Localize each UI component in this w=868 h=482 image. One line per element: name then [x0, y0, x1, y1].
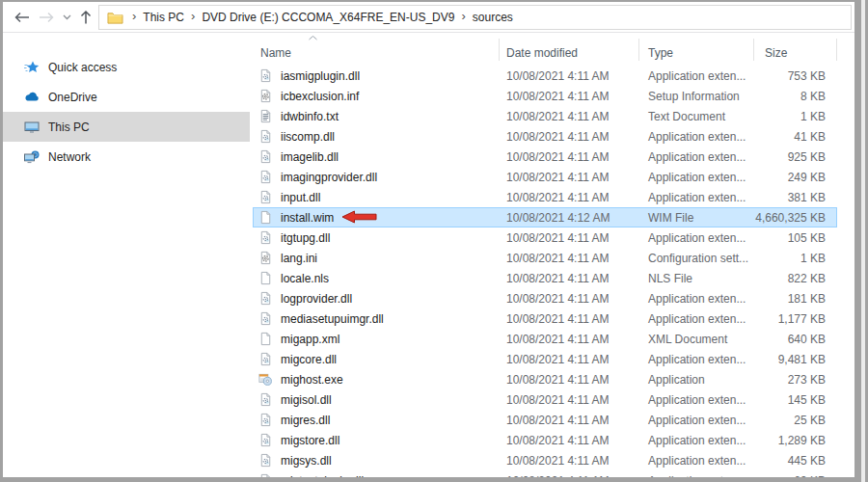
address-bar[interactable]: ›This PC›DVD Drive (E:) CCCOMA_X64FRE_EN… — [98, 5, 852, 30]
sidebar-item-onedrive[interactable]: OneDrive — [3, 82, 250, 112]
file-type: Setup Information — [639, 90, 754, 103]
file-name-cell: input.dll — [253, 190, 500, 204]
file-date-modified: 10/08/2021 4:11 AM — [500, 191, 639, 204]
file-name: migsys.dll — [281, 454, 332, 468]
navigation-pane: Quick accessOneDriveThis PCNetwork — [3, 33, 250, 477]
sidebar-item-network[interactable]: Network — [3, 142, 250, 172]
file-date-modified: 10/08/2021 4:11 AM — [500, 252, 639, 265]
file-size: 1 KB — [754, 252, 837, 265]
file-type: Application exten... — [639, 69, 754, 83]
column-header-name[interactable]: Name — [253, 33, 500, 66]
file-row-itgtupg-dll[interactable]: itgtupg.dll10/08/2021 4:11 AMApplication… — [253, 228, 837, 248]
file-row-iasmigplugin-dll[interactable]: iasmigplugin.dll10/08/2021 4:11 AMApplic… — [253, 66, 837, 86]
file-row-icbexclusion-inf[interactable]: icbexclusion.inf10/08/2021 4:11 AMSetup … — [253, 86, 837, 106]
sidebar-item-quick-access[interactable]: Quick access — [3, 52, 250, 82]
file-explorer-window: ›This PC›DVD Drive (E:) CCCOMA_X64FRE_EN… — [3, 2, 854, 477]
file-row-migres-dll[interactable]: migres.dll10/08/2021 4:11 AMApplication … — [253, 410, 837, 430]
file-size: 381 KB — [754, 191, 837, 204]
sort-ascending-icon — [308, 35, 318, 40]
file-date-modified: 10/08/2021 4:11 AM — [500, 312, 639, 326]
file-name: migstore.dll — [281, 434, 339, 447]
file-row-iiscomp-dll[interactable]: iiscomp.dll10/08/2021 4:11 AMApplication… — [253, 126, 837, 147]
file-type: Application exten... — [639, 191, 754, 204]
column-header-date-modified[interactable]: Date modified — [500, 33, 639, 66]
breadcrumb-item-this-pc[interactable]: This PC — [143, 11, 184, 24]
file-name: imagelib.dll — [281, 150, 339, 164]
file-name-cell: logprovider.dll — [253, 291, 500, 306]
file-row-install-wim[interactable]: install.wim10/08/2021 4:12 AMWIM File4,6… — [253, 207, 837, 228]
file-row-migisol-dll[interactable]: migisol.dll10/08/2021 4:11 AMApplication… — [253, 389, 837, 410]
file-row-logprovider-dll[interactable]: logprovider.dll10/08/2021 4:11 AMApplica… — [253, 288, 837, 308]
file-row-imagingprovider-dll[interactable]: imagingprovider.dll10/08/2021 4:11 AMApp… — [253, 167, 837, 187]
file-size: 1,289 KB — [754, 434, 837, 447]
file-row-input-dll[interactable]: input.dll10/08/2021 4:11 AMApplication e… — [253, 187, 837, 207]
breadcrumb-item-sources[interactable]: sources — [473, 11, 513, 24]
file-date-modified: 10/08/2021 4:11 AM — [500, 231, 639, 245]
file-name-cell: imagingprovider.dll — [253, 170, 500, 184]
file-row-mediasetupuimgr-dll[interactable]: mediasetupuimgr.dll10/08/2021 4:11 AMApp… — [253, 308, 837, 329]
recent-locations-button[interactable] — [59, 5, 74, 30]
file-size: 273 KB — [754, 373, 837, 387]
breadcrumb-separator[interactable]: › — [125, 9, 143, 23]
sidebar-item-label: Quick access — [48, 61, 117, 74]
sidebar-item-label: OneDrive — [48, 91, 97, 104]
file-size: 41 KB — [754, 130, 837, 144]
file-size: 8 KB — [754, 90, 837, 103]
file-row-imagelib-dll[interactable]: imagelib.dll10/08/2021 4:11 AMApplicatio… — [253, 147, 837, 167]
up-button[interactable] — [74, 5, 97, 30]
onedrive-cloud-icon — [23, 90, 41, 105]
generic-file-icon — [258, 210, 273, 225]
sidebar-item-label: This PC — [48, 120, 90, 134]
file-name: icbexclusion.inf — [281, 90, 359, 103]
file-name: migisol.dll — [281, 393, 332, 407]
file-size: 1 KB — [754, 110, 837, 123]
breadcrumb-item-dvd-drive-e-cccoma-x64fre-en-us-dv9[interactable]: DVD Drive (E:) CCCOMA_X64FRE_EN-US_DV9 — [202, 11, 454, 24]
file-name-cell: idwbinfo.txt — [253, 109, 500, 123]
file-date-modified: 10/08/2021 4:12 AM — [500, 211, 639, 225]
breadcrumb-separator[interactable]: › — [184, 9, 202, 23]
file-row-locale-nls[interactable]: locale.nls10/08/2021 4:11 AMNLS File822 … — [253, 268, 837, 288]
file-row-migsys-dll[interactable]: migsys.dll10/08/2021 4:11 AMApplication … — [253, 450, 837, 470]
dll-file-icon — [258, 170, 273, 184]
sidebar-item-this-pc[interactable]: This PC — [3, 112, 250, 142]
breadcrumb-separator[interactable]: › — [454, 9, 472, 23]
file-row-migapp-xml[interactable]: migapp.xml10/08/2021 4:11 AMXML Document… — [253, 329, 837, 349]
file-date-modified: 10/08/2021 4:11 AM — [500, 130, 639, 144]
file-type: Configuration sett... — [639, 252, 754, 265]
file-row-mighost-exe[interactable]: mighost.exe10/08/2021 4:11 AMApplication… — [253, 369, 837, 389]
file-size: 249 KB — [754, 171, 837, 184]
file-name: install.wim — [281, 211, 334, 225]
red-arrow-annotation — [341, 210, 377, 224]
file-name-cell: locale.nls — [253, 271, 500, 285]
dll-file-icon — [258, 311, 273, 326]
file-type: Application exten... — [639, 454, 754, 468]
file-row-lang-ini[interactable]: lang.ini10/08/2021 4:11 AMConfiguration … — [253, 248, 837, 268]
back-button[interactable] — [9, 5, 34, 30]
file-name: input.dll — [281, 191, 320, 204]
back-arrow-icon — [14, 12, 30, 23]
file-row-migtestplugin-dll[interactable]: migtestplugin.dll10/08/2021 4:11 AMAppli… — [253, 470, 837, 477]
file-name-cell: lang.ini — [253, 251, 500, 265]
column-header-type[interactable]: Type — [639, 33, 754, 66]
file-date-modified: 10/08/2021 4:11 AM — [500, 393, 639, 407]
file-name-cell: iasmigplugin.dll — [253, 68, 500, 83]
file-date-modified: 10/08/2021 4:11 AM — [500, 69, 639, 83]
file-name-cell: mighost.exe — [253, 372, 500, 387]
file-date-modified: 10/08/2021 4:11 AM — [500, 333, 639, 346]
file-row-migcore-dll[interactable]: migcore.dll10/08/2021 4:11 AMApplication… — [253, 349, 837, 369]
column-header-size[interactable]: Size — [754, 33, 837, 66]
file-name: migcore.dll — [281, 353, 337, 366]
dll-file-icon — [258, 291, 273, 306]
file-row-migstore-dll[interactable]: migstore.dll10/08/2021 4:11 AMApplicatio… — [253, 430, 837, 450]
file-type: Application — [639, 373, 754, 387]
column-header-label: Type — [648, 46, 673, 60]
file-type: Text Document — [639, 110, 754, 123]
file-name: migtestplugin.dll — [281, 474, 364, 478]
file-date-modified: 10/08/2021 4:11 AM — [500, 292, 639, 306]
dll-file-icon — [258, 129, 273, 144]
file-name-cell: migtestplugin.dll — [253, 473, 500, 477]
forward-arrow-icon — [39, 12, 55, 23]
file-row-idwbinfo-txt[interactable]: idwbinfo.txt10/08/2021 4:11 AMText Docum… — [253, 106, 837, 126]
file-name: itgtupg.dll — [281, 231, 330, 245]
forward-button[interactable] — [34, 5, 59, 30]
